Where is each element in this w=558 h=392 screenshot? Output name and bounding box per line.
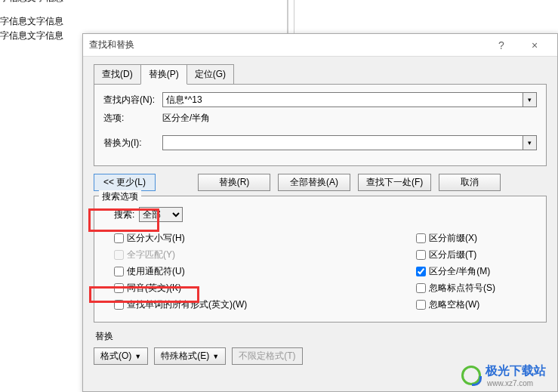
format-button[interactable]: 格式(O)▼ [94, 347, 148, 365]
check-ignore-space[interactable]: 忽略空格(W) [416, 296, 537, 313]
branding-logo: 极光下载站 www.xz7.com [461, 363, 546, 387]
check-ignore-punct[interactable]: 忽略标点符号(S) [416, 279, 537, 296]
replace-input[interactable] [162, 135, 523, 150]
brand-url: www.xz7.com [487, 379, 546, 387]
check-match-case[interactable]: 区分大小写(H) [114, 230, 292, 246]
brand-name: 极光下载站 [486, 363, 546, 379]
find-dropdown-icon[interactable]: ▾ [523, 92, 537, 107]
doc-line: 字信息文字信息 [0, 29, 63, 43]
check-all-forms[interactable]: 查找单词的所有形式(英文)(W) [114, 296, 292, 313]
titlebar: 查找和替换 ? × [83, 34, 557, 57]
less-button[interactable]: << 更少(L) [94, 174, 156, 191]
options-value: 区分全/半角 [162, 112, 210, 125]
search-scope-label: 搜索: [114, 208, 134, 221]
special-format-button[interactable]: 特殊格式(E)▼ [154, 347, 226, 365]
button-row: << 更少(L) 替换(R) 全部替换(A) 查找下一处(F) 取消 [94, 174, 547, 191]
dialog-title: 查找和替换 [89, 39, 485, 51]
check-suffix[interactable]: 区分后缀(T) [416, 246, 537, 263]
replace-section-title: 替换 [95, 330, 547, 343]
tab-goto[interactable]: 定位(G) [187, 64, 234, 85]
find-next-button[interactable]: 查找下一处(F) [358, 174, 431, 191]
replace-section: 替换 格式(O)▼ 特殊格式(E)▼ 不限定格式(T) [94, 330, 547, 365]
caret-down-icon: ▼ [134, 353, 141, 360]
check-whole-word: 全字匹配(Y) [114, 246, 292, 263]
document-text: 字信息文字信息 字信息文字信息 字信息文字信息 [0, 0, 63, 44]
logo-icon [461, 366, 481, 385]
search-options-group: 搜索选项 搜索: 全部 区分大小写(H) 全字匹配(Y) 使用通配符(U) 同音… [94, 196, 547, 323]
find-replace-dialog: 查找和替换 ? × 查找(D) 替换(P) 定位(G) 查找内容(N): ▾ 选… [82, 33, 558, 392]
tab-replace[interactable]: 替换(P) [140, 64, 187, 85]
check-sounds-like[interactable]: 同音(英文)(K) [114, 279, 292, 296]
options-label: 选项: [103, 112, 162, 125]
tabs: 查找(D) 替换(P) 定位(G) [94, 64, 557, 85]
tab-panel: 查找内容(N): ▾ 选项: 区分全/半角 替换为(I): ▾ [94, 84, 547, 166]
cancel-button[interactable]: 取消 [439, 174, 501, 191]
caret-down-icon: ▼ [212, 353, 219, 360]
search-options-title: 搜索选项 [99, 190, 141, 203]
no-format-button: 不限定格式(T) [232, 347, 302, 365]
doc-line: 字信息文字信息 [0, 14, 63, 29]
replace-dropdown-icon[interactable]: ▾ [523, 135, 537, 150]
replace-all-button[interactable]: 全部替换(A) [278, 174, 350, 191]
doc-line: 字信息文字信息 [0, 0, 63, 5]
find-input[interactable] [162, 92, 523, 107]
replace-label: 替换为(I): [103, 137, 162, 150]
close-button[interactable]: × [518, 35, 551, 56]
find-label: 查找内容(N): [103, 94, 162, 106]
check-prefix[interactable]: 区分前缀(X) [416, 230, 537, 246]
replace-button[interactable]: 替换(R) [198, 174, 270, 191]
search-scope-select[interactable]: 全部 [139, 207, 183, 222]
tab-find[interactable]: 查找(D) [94, 64, 141, 85]
help-button[interactable]: ? [485, 35, 518, 56]
check-full-half[interactable]: 区分全/半角(M) [416, 263, 537, 279]
check-wildcards[interactable]: 使用通配符(U) [114, 263, 292, 279]
